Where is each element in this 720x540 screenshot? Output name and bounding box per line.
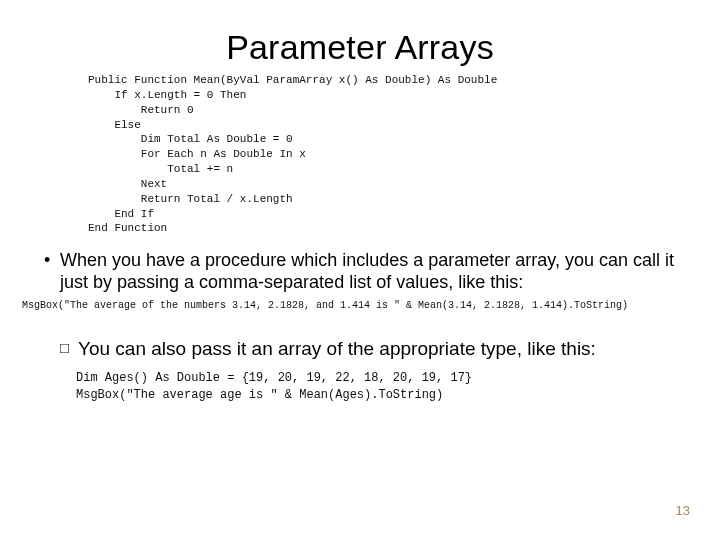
bullet-item-1: • When you have a procedure which includ… (44, 250, 690, 294)
slide-title: Parameter Arrays (22, 28, 698, 67)
code-msgbox-inline: MsgBox("The average of the numbers 3.14,… (22, 300, 698, 311)
bullet-item-2: □ You can also pass it an array of the a… (60, 337, 676, 360)
square-bullet-icon: □ (60, 337, 78, 360)
code-array-example: Dim Ages() As Double = {19, 20, 19, 22, … (76, 370, 698, 404)
bullet-dot-icon: • (44, 250, 60, 272)
slide: Parameter Arrays Public Function Mean(By… (0, 0, 720, 540)
bullet-text-2: You can also pass it an array of the app… (78, 337, 676, 360)
page-number: 13 (676, 503, 690, 518)
code-function-mean: Public Function Mean(ByVal ParamArray x(… (88, 73, 698, 236)
bullet-text-1: When you have a procedure which includes… (60, 250, 690, 294)
